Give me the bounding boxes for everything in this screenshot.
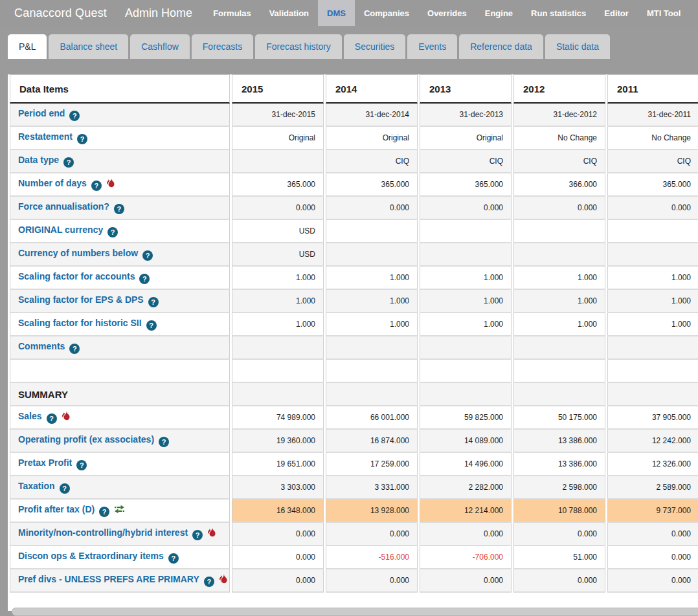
row-label: SUMMARY — [18, 389, 68, 400]
nav-item-formulas[interactable]: Formulas — [204, 0, 260, 26]
tab-cashflow[interactable]: Cashflow — [130, 34, 190, 59]
table-body: Period end?31-dec-201531-dec-201431-dec-… — [10, 104, 698, 593]
help-icon[interactable]: ? — [146, 320, 157, 331]
help-icon[interactable]: ? — [60, 483, 70, 494]
swap-arrows-icon[interactable] — [114, 505, 125, 514]
help-icon[interactable]: ? — [76, 460, 87, 470]
nav-item-validation[interactable]: Validation — [260, 0, 318, 26]
row-label-cell: SUMMARY — [10, 383, 230, 406]
nav-item-overrides[interactable]: Overrides — [418, 0, 476, 26]
nav-item-mti-tool[interactable]: MTI Tool — [638, 0, 690, 26]
row-label-cell: ORIGINAL currency? — [10, 220, 230, 243]
value-cell: -706.000 — [420, 546, 512, 569]
help-icon[interactable]: ? — [91, 181, 102, 191]
table-row-discon-ops-extraordinary-items: Discon ops & Extraordinary items?0.000-5… — [10, 546, 698, 569]
year-column-header: 2015 — [232, 74, 324, 104]
value-cell: 31-dec-2012 — [513, 104, 605, 127]
value-cell: 13 386.000 — [513, 453, 605, 476]
flame-icon — [106, 178, 115, 188]
tab-securities[interactable]: Securities — [344, 34, 405, 59]
value-cell: 10 788.000 — [513, 500, 605, 523]
row-label: Sales — [18, 411, 42, 421]
row-label-cell: Discon ops & Extraordinary items? — [10, 546, 230, 569]
flame-icon — [62, 411, 70, 421]
value-cell — [607, 383, 698, 406]
tab-balance-sheet[interactable]: Balance sheet — [49, 34, 128, 59]
nav-item-dms[interactable]: DMS — [318, 0, 355, 26]
table-row-scaling-factor-for-accounts: Scaling factor for accounts?1.0001.0001.… — [10, 267, 698, 290]
tab-forecasts[interactable]: Forecasts — [192, 34, 253, 59]
help-icon[interactable]: ? — [77, 134, 87, 144]
row-label-cell: Currency of numbers below? — [10, 243, 230, 267]
help-icon[interactable]: ? — [114, 204, 124, 214]
row-label-cell: Operating profit (ex associates)? — [10, 430, 230, 453]
value-cell: -516.000 — [326, 546, 418, 569]
value-cell: Original — [420, 127, 512, 150]
horizontal-scrollbar-thumb[interactable] — [12, 608, 698, 616]
value-cell — [232, 383, 324, 406]
row-label-cell: Profit after tax (D)? — [10, 500, 230, 523]
value-cell — [513, 360, 605, 383]
tab-forecast-history[interactable]: Forecast history — [255, 34, 342, 59]
help-icon[interactable]: ? — [148, 297, 159, 307]
table-row-currency-of-numbers-below: Currency of numbers below?USD — [10, 243, 698, 267]
tab-static-data[interactable]: Static data — [545, 34, 610, 59]
nav-item-editor[interactable]: Editor — [595, 0, 638, 26]
help-icon[interactable]: ? — [192, 530, 203, 540]
value-cell: 12 214.000 — [420, 500, 512, 523]
value-cell: 0.000 — [607, 569, 698, 593]
value-cell: 0.000 — [420, 569, 512, 593]
help-icon[interactable]: ? — [47, 413, 57, 424]
value-cell — [513, 383, 605, 406]
help-icon[interactable]: ? — [107, 227, 118, 237]
value-cell: 59 825.000 — [420, 406, 512, 430]
row-label: Scaling factor for EPS & DPS — [18, 294, 144, 305]
value-cell: 1.000 — [607, 290, 698, 313]
value-cell: 1.000 — [232, 290, 324, 313]
tab-events[interactable]: Events — [407, 34, 457, 59]
help-icon[interactable]: ? — [69, 344, 80, 354]
help-icon[interactable]: ? — [139, 274, 150, 284]
value-cell: 0.000 — [607, 197, 698, 220]
help-icon[interactable]: ? — [63, 157, 74, 168]
row-label: Data type — [18, 155, 59, 165]
value-cell: 17 259.000 — [326, 453, 418, 476]
table-row-number-of-days: Number of days?365.000365.000365.000366.… — [10, 173, 698, 197]
help-icon[interactable]: ? — [168, 553, 179, 564]
row-label-cell: Data type? — [10, 150, 230, 173]
value-cell: 31-dec-2014 — [326, 104, 418, 127]
nav-item-companies[interactable]: Companies — [355, 0, 418, 26]
row-label: Taxation — [18, 481, 55, 491]
value-cell: 3 303.000 — [232, 476, 324, 500]
value-cell — [326, 243, 418, 267]
tab-reference-data[interactable]: Reference data — [459, 34, 543, 59]
help-icon[interactable]: ? — [159, 437, 169, 447]
value-cell: 16 348.000 — [232, 500, 324, 523]
table-row-row — [10, 360, 698, 383]
pl-data-table: Data Items 20152014201320122011 Period e… — [8, 74, 698, 593]
row-label-cell: Pref divs - UNLESS PREFS ARE PRIMARY? — [10, 569, 230, 593]
help-icon[interactable]: ? — [142, 250, 153, 261]
value-cell: 0.000 — [420, 523, 512, 546]
help-icon[interactable]: ? — [69, 111, 80, 121]
value-cell: 0.000 — [326, 523, 418, 546]
value-cell: CIQ — [513, 150, 605, 173]
nav-item-run-statistics[interactable]: Run statistics — [522, 0, 595, 26]
value-cell: 0.000 — [513, 523, 605, 546]
help-icon[interactable]: ? — [99, 507, 109, 517]
value-cell: 1.000 — [607, 267, 698, 290]
help-icon[interactable]: ? — [204, 577, 214, 587]
tab-p-l[interactable]: P&L — [8, 34, 47, 59]
nav-item-engine[interactable]: Engine — [476, 0, 522, 26]
value-cell: 0.000 — [607, 546, 698, 569]
nav-item-raw-reports[interactable]: Raw Reports — [690, 0, 698, 26]
value-cell: 0.000 — [420, 197, 512, 220]
value-cell: 365.000 — [420, 173, 512, 197]
row-label: Scaling factor for accounts — [18, 271, 135, 281]
row-label-cell: Scaling factor for accounts? — [10, 267, 230, 290]
value-cell: 13 928.000 — [326, 500, 418, 523]
app-brand[interactable]: Canaccord Quest — [14, 6, 107, 20]
nav-item-admin-home[interactable]: Admin Home — [117, 0, 200, 26]
value-cell: 19 651.000 — [232, 453, 324, 476]
value-cell — [420, 336, 512, 360]
